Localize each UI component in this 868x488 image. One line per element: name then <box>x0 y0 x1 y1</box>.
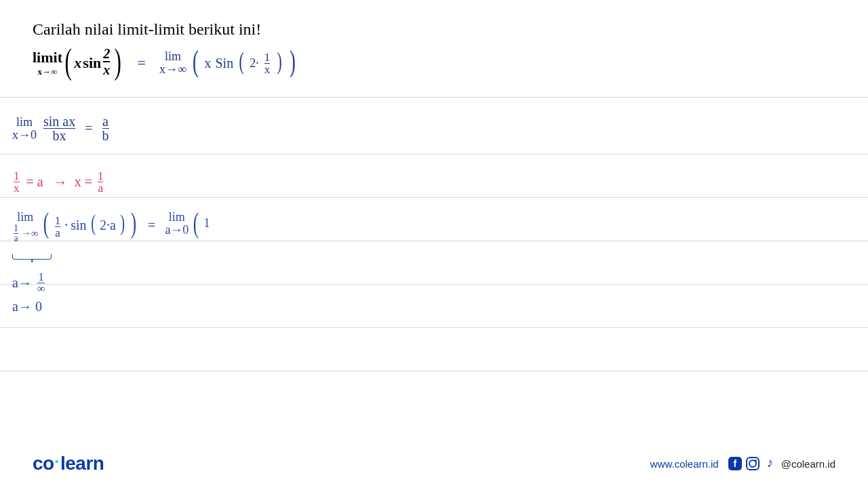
logo-learn: learn <box>60 453 104 474</box>
step2-rhs-label: x = <box>75 174 92 190</box>
rule-line <box>0 197 868 198</box>
hand-x: x <box>205 56 212 71</box>
step4b-text: a→ 0 <box>12 299 42 314</box>
limit-subscript: x→∞ <box>38 66 58 77</box>
step3-open-paren: ( <box>43 214 49 233</box>
rule-line <box>0 154 868 155</box>
step3-sub-arrow: →∞ <box>21 228 39 239</box>
step1-frac2-num: a <box>102 115 108 128</box>
footer-url: www.colearn.id <box>650 458 719 470</box>
facebook-icon: f <box>728 457 742 470</box>
hand-inner-open-paren: ( <box>239 53 244 70</box>
rule-line <box>0 97 868 98</box>
step-4a: a→ 1 ∞ <box>12 272 46 294</box>
step3-rhs-lim: lim <box>169 211 185 224</box>
step3-sin: sin <box>71 218 86 233</box>
step3-eq: = <box>148 218 155 233</box>
step-3-limit: lim 1 a →∞ ( 1 a · sin ( 2·a ) ) = lim a… <box>12 211 210 243</box>
equals-sign: = <box>138 54 146 72</box>
step3-sub-den: a <box>14 233 18 243</box>
hand-lim: lim <box>165 50 181 63</box>
step2-lhs-den: x <box>14 182 20 194</box>
header-area: Carilah nilai limit-limit berikut ini! l… <box>0 0 868 90</box>
step4a-num: 1 <box>39 272 44 283</box>
step1-eq: = <box>85 121 92 136</box>
problem-title: Carilah nilai limit-limit berikut ini! <box>33 20 835 39</box>
step3-lim: lim <box>17 211 33 224</box>
logo-dot-icon: · <box>54 451 59 472</box>
hand-two: 2· <box>250 56 259 70</box>
hand-lim-sub: x→∞ <box>159 63 186 76</box>
step3-rhs-one: 1 <box>203 216 210 230</box>
instagram-icon <box>746 457 760 470</box>
hand-frac-den: x <box>264 63 271 75</box>
rule-line <box>0 327 868 328</box>
colearn-logo: co·learn <box>33 453 104 474</box>
tiktok-icon: ♪ <box>764 456 777 470</box>
step3-inner-close: ) <box>120 215 125 231</box>
step4a-pre: a→ <box>12 275 32 291</box>
social-icons: f ♪ @colearn.id <box>728 457 835 470</box>
step2-rhs-den: a <box>98 182 104 194</box>
hand-inner-close-paren: ) <box>277 53 282 70</box>
social-handle: @colearn.id <box>781 458 835 470</box>
step1-frac2-den: b <box>102 128 109 142</box>
step2-rhs-num: 1 <box>98 170 104 182</box>
footer: co·learn www.colearn.id f ♪ @colearn.id <box>0 445 868 488</box>
sin-label: sin <box>83 54 101 72</box>
step3-body-frac-num: 1 <box>55 215 61 226</box>
close-paren: ) <box>115 47 121 76</box>
logo-co: co <box>33 453 54 474</box>
hand-close-paren: ) <box>290 52 296 73</box>
step3-close-paren: ) <box>131 214 136 233</box>
frac-denominator: x <box>103 61 110 77</box>
step2-arrow: → <box>53 174 68 191</box>
step3-sub-num: 1 <box>14 224 18 233</box>
rule-line <box>0 371 868 371</box>
step3-inner-open: ( <box>91 215 96 231</box>
step2-lhs-num: 1 <box>14 170 20 182</box>
step1-lim: lim <box>16 116 33 129</box>
hand-frac-num: 1 <box>264 52 271 63</box>
rule-line <box>0 284 868 285</box>
open-paren: ( <box>64 47 71 76</box>
printed-limit-expression: limit x→∞ ( x sin 2 x ) <box>33 48 124 78</box>
step-2-substitution: 1 x = a → x = 1 a <box>12 170 104 194</box>
limit-label: limit <box>33 49 62 66</box>
formula-row: limit x→∞ ( x sin 2 x ) = lim x→∞ ( x Si… <box>33 48 835 78</box>
frac-numerator: 2 <box>103 47 110 61</box>
step1-sub: x→0 <box>12 129 37 142</box>
step1-frac1-num: sin ax <box>43 115 75 128</box>
step3-dot: · <box>64 218 68 233</box>
hand-open-paren: ( <box>193 52 199 73</box>
underbrace <box>12 254 52 260</box>
step3-rhs-sub: a→0 <box>165 224 189 237</box>
step3-body-frac-den: a <box>55 226 61 239</box>
step3-rhs-open-paren: ( <box>193 214 199 233</box>
var-x: x <box>74 54 81 72</box>
step4a-den: ∞ <box>37 283 45 294</box>
step1-frac1-den: bx <box>43 128 75 142</box>
step-4b: a→ 0 <box>12 299 42 314</box>
step2-eq-a: = a <box>26 174 43 190</box>
footer-right: www.colearn.id f ♪ @colearn.id <box>650 457 835 470</box>
hand-sin: Sin <box>216 56 234 71</box>
handwritten-header-expression: lim x→∞ ( x Sin ( 2· 1 x ) ) <box>159 50 298 76</box>
step3-inner-body: 2·a <box>100 218 116 233</box>
step-1-formula: lim x→0 sin ax bx = a b <box>12 115 111 142</box>
